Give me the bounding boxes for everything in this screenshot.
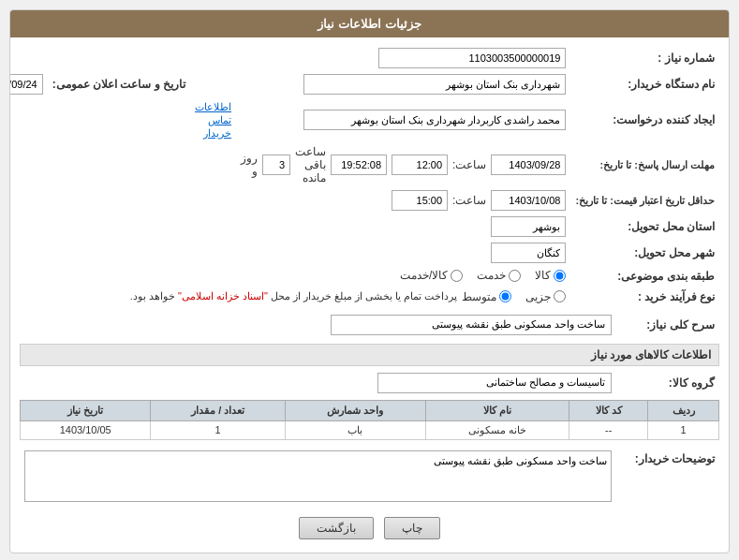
tabaqeh-label: طبقه بندی موضوعی: xyxy=(570,266,719,287)
mohlat-saat-label: ساعت: xyxy=(452,158,486,171)
mohlat-date-input[interactable] xyxy=(491,155,566,175)
tarikh-input[interactable] xyxy=(9,74,43,95)
group-kala-input[interactable] xyxy=(377,373,612,393)
naveh-jozii-option[interactable]: جزیی xyxy=(525,290,566,303)
tabaqeh-khedmat-option[interactable]: خدمت xyxy=(477,269,521,282)
ijad-label: ایجاد کننده درخواست: xyxy=(570,97,719,142)
cell-tarikh: 1403/10/05 xyxy=(21,420,151,439)
col-radif: ردیف xyxy=(648,400,719,420)
note-text: پرداخت تمام یا بخشی از مبلغ خریدار از مح… xyxy=(130,290,458,302)
group-kala-label: گروه کالا: xyxy=(616,370,719,396)
col-nam: نام کالا xyxy=(425,400,569,420)
cell-nam: خانه مسکونی xyxy=(425,420,569,439)
nam-dastgah-label: نام دستگاه خریدار: xyxy=(570,71,719,97)
shomare-niaz-input[interactable] xyxy=(378,48,566,68)
naveh-label: نوع فرآیند خرید : xyxy=(570,287,719,306)
jadval-saat-input[interactable] xyxy=(392,190,448,211)
tarikh-label: تاریخ و ساعت اعلان عمومی: xyxy=(48,71,190,97)
tabaqeh-kala-khedmat-option[interactable]: کالا/خدمت xyxy=(400,269,463,282)
note-link: "اسناد خزانه اسلامی" xyxy=(178,290,268,302)
akalaha-section-title: اطلاعات کالاهای مورد نیاز xyxy=(20,344,719,366)
tozih-label: توضیحات خریدار: xyxy=(616,448,719,508)
mohlat-label: مهلت ارسال پاسخ: تا تاریخ: xyxy=(599,158,715,171)
naveh-motavaset-option[interactable]: متوسط xyxy=(462,290,511,303)
mohlat-mande-label: ساعت باقی مانده xyxy=(295,145,326,184)
shahr-input[interactable] xyxy=(491,243,566,263)
panel-header: جزئیات اطلاعات نیاز xyxy=(10,10,729,37)
tozih-textarea[interactable]: ساخت واحد مسکونی طبق نقشه پیوستی xyxy=(24,450,612,502)
tabaqeh-kala-option[interactable]: کالا xyxy=(535,269,566,282)
col-tedad: تعداد / مقدار xyxy=(151,400,286,420)
nam-dastgah-input[interactable] xyxy=(303,74,566,95)
jadval-saat-label: ساعت: xyxy=(452,194,486,207)
col-vahed: واحد شمارش xyxy=(286,400,426,420)
jadval-date-input[interactable] xyxy=(491,190,566,211)
ostan-input[interactable] xyxy=(491,216,566,237)
mohlat-rooz-label: روز و xyxy=(241,152,258,178)
sareh-input[interactable] xyxy=(331,315,612,335)
shahr-label: شهر محل تحویل: xyxy=(570,240,719,266)
col-tarikh: تاریخ نیاز xyxy=(21,400,151,420)
button-row: چاپ بازگشت xyxy=(20,508,719,545)
cell-tedad: 1 xyxy=(151,420,286,439)
mohlat-mande-input[interactable] xyxy=(331,155,387,175)
mohlat-rooz-input[interactable] xyxy=(262,155,290,175)
print-button[interactable]: چاپ xyxy=(384,517,440,539)
sareh-label: سرح کلی نیاز: xyxy=(616,312,719,338)
ijad-input[interactable] xyxy=(303,110,566,130)
jadval-label: حداقل تاریخ اعتبار قیمت: تا تاریخ: xyxy=(575,195,715,206)
cell-kod: -- xyxy=(569,420,648,439)
cell-vahed: باب xyxy=(286,420,426,439)
ostan-label: استان محل تحویل: xyxy=(570,214,719,240)
goods-table: ردیف کد کالا نام کالا واحد شمارش تعداد /… xyxy=(20,400,719,440)
ettelaat-link[interactable]: اطلاعات تماس خریدار xyxy=(195,101,231,139)
back-button[interactable]: بازگشت xyxy=(299,517,374,539)
shomare-niaz-label: شماره نیاز : xyxy=(570,45,719,71)
table-row: 1 -- خانه مسکونی باب 1 1403/10/05 xyxy=(21,420,719,439)
col-kod: کد کالا xyxy=(569,400,648,420)
mohlat-saat-input[interactable] xyxy=(392,155,448,175)
cell-radif: 1 xyxy=(648,420,719,439)
